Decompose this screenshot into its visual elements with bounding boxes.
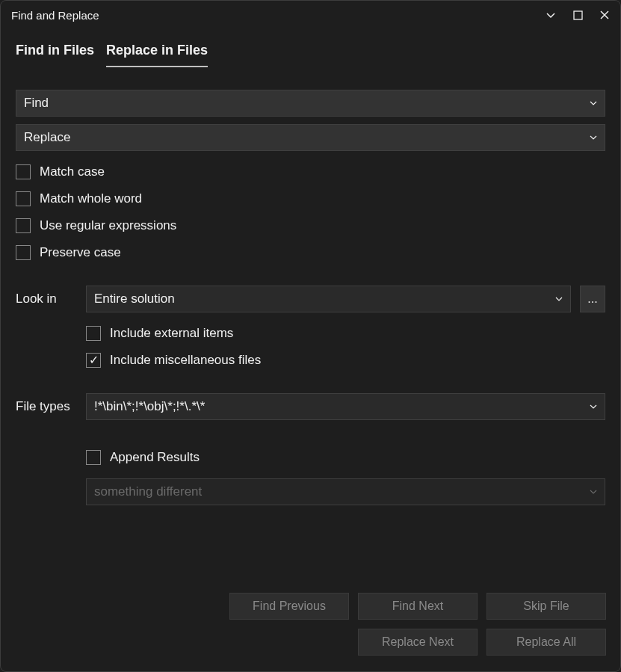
replace-all-button[interactable]: Replace All — [486, 629, 606, 656]
tab-bar: Find in Files Replace in Files — [1, 29, 620, 67]
dropdown-icon — [590, 490, 597, 494]
close-icon[interactable] — [598, 8, 611, 22]
option-label: Match case — [40, 164, 105, 179]
dropdown-icon[interactable] — [590, 101, 597, 105]
look-in-value: Entire solution — [94, 292, 175, 306]
tab-replace-in-files[interactable]: Replace in Files — [106, 43, 208, 67]
checkbox-icon[interactable] — [86, 450, 101, 465]
option-match-whole-word[interactable]: Match whole word — [16, 191, 605, 206]
dropdown-icon[interactable] — [590, 404, 597, 409]
svg-rect-0 — [574, 11, 582, 19]
file-types-value: !*\bin\*;!*\obj\*;!*\.*\* — [94, 399, 205, 414]
find-input[interactable]: Find — [16, 90, 605, 117]
option-label: Preserve case — [40, 245, 121, 260]
look-in-options: Include external items Include miscellan… — [86, 326, 605, 368]
minimize-icon[interactable] — [544, 8, 557, 22]
checkbox-icon[interactable] — [16, 191, 31, 206]
option-label: Append Results — [110, 450, 200, 465]
file-types-input[interactable]: !*\bin\*;!*\obj\*;!*\.*\* — [86, 393, 605, 420]
option-use-regex[interactable]: Use regular expressions — [16, 218, 605, 233]
window-controls — [544, 8, 611, 22]
titlebar: Find and Replace — [1, 1, 620, 29]
dropdown-icon[interactable] — [590, 135, 597, 140]
option-include-misc[interactable]: Include miscellaneous files — [86, 353, 605, 368]
option-label: Include external items — [110, 326, 233, 341]
maximize-icon[interactable] — [571, 8, 584, 22]
option-include-external[interactable]: Include external items — [86, 326, 605, 341]
results-destination-value: something different — [94, 484, 202, 499]
option-label: Match whole word — [40, 191, 142, 206]
look-in-label: Look in — [16, 292, 75, 306]
window-title: Find and Replace — [11, 9, 99, 22]
tab-find-in-files[interactable]: Find in Files — [16, 43, 94, 67]
file-types-row: File types !*\bin\*;!*\obj\*;!*\.*\* — [16, 393, 605, 420]
find-next-button[interactable]: Find Next — [358, 593, 478, 620]
replace-next-button[interactable]: Replace Next — [358, 629, 478, 656]
find-placeholder: Find — [24, 96, 49, 111]
search-options: Match case Match whole word Use regular … — [16, 164, 605, 260]
option-label: Include miscellaneous files — [110, 353, 261, 368]
skip-file-button[interactable]: Skip File — [486, 593, 606, 620]
look-in-row: Look in Entire solution ... — [16, 286, 605, 312]
file-types-label: File types — [16, 399, 75, 414]
find-previous-button[interactable]: Find Previous — [229, 593, 349, 620]
checkbox-icon[interactable] — [16, 245, 31, 260]
content-area: Find Replace Match case Match whole word… — [1, 67, 620, 520]
option-append-results[interactable]: Append Results — [86, 450, 605, 465]
action-buttons: Find Previous Find Next Skip File Replac… — [229, 593, 606, 656]
replace-placeholder: Replace — [24, 130, 70, 145]
results-destination-select: something different — [86, 478, 605, 505]
checkbox-icon[interactable] — [16, 164, 31, 179]
look-in-select[interactable]: Entire solution — [86, 286, 571, 312]
option-match-case[interactable]: Match case — [16, 164, 605, 179]
dropdown-icon[interactable] — [555, 297, 563, 301]
option-label: Use regular expressions — [40, 218, 176, 233]
checkbox-icon[interactable] — [16, 218, 31, 233]
checkbox-icon[interactable] — [86, 326, 101, 341]
option-preserve-case[interactable]: Preserve case — [16, 245, 605, 260]
checkbox-icon[interactable] — [86, 353, 101, 368]
browse-button[interactable]: ... — [580, 286, 605, 312]
replace-input[interactable]: Replace — [16, 124, 605, 151]
